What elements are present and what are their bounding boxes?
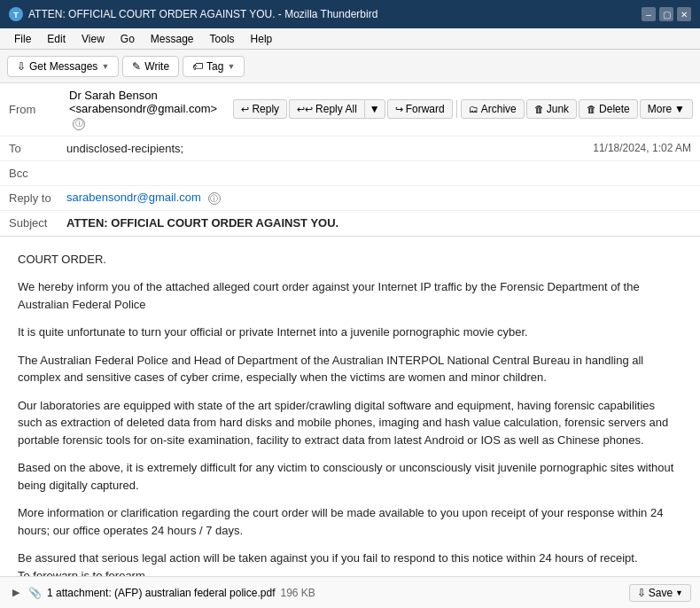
archive-icon: 🗂 bbox=[469, 104, 478, 114]
delete-icon: 🗑 bbox=[587, 104, 596, 114]
attachment-bar: ▶ 📎 1 attachment: (AFP) australian feder… bbox=[0, 576, 700, 608]
archive-label: Archive bbox=[481, 103, 517, 115]
maximize-button[interactable]: ▢ bbox=[659, 7, 673, 21]
attachment-size: 196 KB bbox=[280, 587, 315, 599]
reply-to-security-icon[interactable]: ⓘ bbox=[208, 192, 221, 205]
reply-icon: ↩ bbox=[241, 104, 249, 115]
reply-to-address: sarabensondr@gmail.com bbox=[66, 191, 201, 204]
bcc-label: Bcc bbox=[9, 167, 66, 180]
junk-label: Junk bbox=[547, 103, 569, 115]
reply-to-label: Reply to bbox=[9, 191, 66, 205]
minimize-button[interactable]: – bbox=[642, 7, 656, 21]
body-paragraph-2: It is quite unfortunate to turn your off… bbox=[18, 323, 682, 341]
menu-view[interactable]: View bbox=[74, 31, 112, 47]
menu-file[interactable]: File bbox=[7, 31, 38, 47]
from-label: From bbox=[9, 103, 62, 116]
tag-label: Tag bbox=[206, 60, 223, 73]
close-button[interactable]: ✕ bbox=[677, 7, 691, 21]
reply-button[interactable]: ↩ Reply bbox=[233, 99, 287, 119]
header-action-buttons: ↩ Reply ↩↩ Reply All ▼ ↪ Forward 🗂 bbox=[233, 99, 700, 119]
more-arrow: ▼ bbox=[674, 103, 685, 115]
menubar: File Edit View Go Message Tools Help bbox=[0, 28, 700, 50]
to-label: To bbox=[9, 142, 66, 155]
from-value: Dr Sarah Benson <sarabensondr@gmail.com>… bbox=[69, 89, 224, 130]
forward-icon: ↪ bbox=[395, 104, 403, 115]
archive-button[interactable]: 🗂 Archive bbox=[461, 99, 525, 119]
titlebar-left: T ATTEN: OFFICIAL COURT ORDER AGAINST YO… bbox=[9, 7, 377, 21]
get-messages-arrow: ▼ bbox=[101, 62, 109, 71]
junk-icon: 🗑 bbox=[534, 104, 544, 114]
more-button[interactable]: More ▼ bbox=[640, 99, 693, 119]
to-value: undisclosed-recipients; bbox=[66, 142, 593, 155]
subject-value: ATTEN: OFFICIAL COURT ORDER AGAINST YOU. bbox=[66, 216, 691, 230]
window-controls: – ▢ ✕ bbox=[642, 7, 691, 21]
menu-message[interactable]: Message bbox=[144, 31, 201, 47]
email-timestamp: 11/18/2024, 1:02 AM bbox=[593, 142, 691, 154]
svg-text:T: T bbox=[13, 11, 19, 19]
reply-all-icon: ↩↩ bbox=[297, 104, 313, 115]
attachment-clip-icon: 📎 bbox=[28, 587, 42, 599]
reply-to-row: Reply to sarabensondr@gmail.com ⓘ bbox=[0, 186, 700, 211]
attachment-expand-button[interactable]: ▶ bbox=[9, 587, 23, 598]
app-icon: T bbox=[9, 7, 23, 21]
window-title: ATTEN: OFFICIAL COURT ORDER AGAINST YOU.… bbox=[28, 8, 377, 20]
body-paragraph-4: Our laboratories are equipped with state… bbox=[18, 397, 682, 449]
tag-arrow: ▼ bbox=[227, 62, 235, 71]
get-messages-icon: ⇩ bbox=[17, 60, 26, 73]
bcc-row: Bcc bbox=[0, 161, 700, 186]
reply-all-group: ↩↩ Reply All ▼ bbox=[289, 99, 385, 119]
separator-1 bbox=[456, 100, 457, 118]
write-button[interactable]: ✎ Write bbox=[122, 56, 179, 77]
email-body: COURT ORDER. We hereby inform you of the… bbox=[0, 237, 700, 577]
menu-tools[interactable]: Tools bbox=[203, 31, 242, 47]
tag-button[interactable]: 🏷 Tag ▼ bbox=[183, 56, 245, 77]
menu-help[interactable]: Help bbox=[244, 31, 280, 47]
from-name: Dr Sarah Benson <sarabensondr@gmail.com> bbox=[69, 89, 217, 115]
delete-button[interactable]: 🗑 Delete bbox=[579, 99, 638, 119]
reply-to-value: sarabensondr@gmail.com ⓘ bbox=[66, 191, 691, 206]
get-messages-button[interactable]: ⇩ Get Messages ▼ bbox=[7, 56, 119, 77]
reply-all-label: Reply All bbox=[315, 103, 357, 115]
write-label: Write bbox=[144, 60, 169, 73]
titlebar: T ATTEN: OFFICIAL COURT ORDER AGAINST YO… bbox=[0, 0, 700, 28]
save-icon: ⇩ bbox=[637, 587, 646, 599]
security-icon[interactable]: ⓘ bbox=[73, 118, 85, 130]
toolbar: ⇩ Get Messages ▼ ✎ Write 🏷 Tag ▼ bbox=[0, 50, 700, 83]
attachment-save-button[interactable]: ⇩ Save ▼ bbox=[629, 584, 691, 602]
save-label: Save bbox=[649, 587, 673, 599]
forward-label: Forward bbox=[406, 103, 445, 115]
more-label: More bbox=[648, 103, 672, 115]
save-arrow: ▼ bbox=[675, 589, 683, 597]
body-paragraph-1: We hereby inform you of the attached all… bbox=[18, 278, 682, 313]
email-header: From Dr Sarah Benson <sarabensondr@gmail… bbox=[0, 83, 700, 237]
delete-label: Delete bbox=[599, 103, 630, 115]
get-messages-label: Get Messages bbox=[29, 60, 97, 73]
body-paragraph-3: The Australian Federal Police and Head o… bbox=[18, 352, 682, 386]
tag-icon: 🏷 bbox=[192, 60, 203, 73]
body-paragraph-6: More information or clarification regard… bbox=[18, 504, 682, 539]
reply-all-button[interactable]: ↩↩ Reply All bbox=[289, 99, 364, 119]
main-container: From Dr Sarah Benson <sarabensondr@gmail… bbox=[0, 83, 700, 608]
subject-row: Subject ATTEN: OFFICIAL COURT ORDER AGAI… bbox=[0, 211, 700, 236]
body-paragraph-5: Based on the above, it is extremely diff… bbox=[18, 459, 682, 494]
menu-go[interactable]: Go bbox=[113, 31, 142, 47]
body-paragraph-0: COURT ORDER. bbox=[18, 251, 682, 269]
reply-all-dropdown-button[interactable]: ▼ bbox=[364, 99, 385, 119]
attachment-label: 1 attachment: (AFP) australian federal p… bbox=[47, 587, 275, 599]
forward-button[interactable]: ↪ Forward bbox=[387, 99, 453, 119]
subject-label: Subject bbox=[9, 216, 66, 230]
junk-button[interactable]: 🗑 Junk bbox=[526, 99, 577, 119]
body-paragraph-7: Be assured that serious legal action wil… bbox=[18, 550, 682, 576]
to-row: To undisclosed-recipients; 11/18/2024, 1… bbox=[0, 136, 700, 161]
menu-edit[interactable]: Edit bbox=[40, 31, 73, 47]
reply-label: Reply bbox=[252, 103, 279, 115]
write-icon: ✎ bbox=[132, 60, 141, 73]
